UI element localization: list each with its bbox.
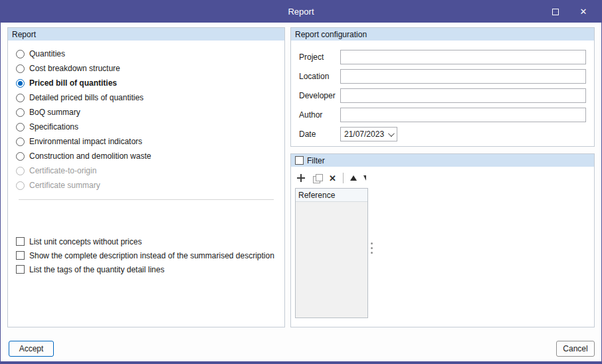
radio-icon-disabled <box>16 167 25 175</box>
report-dialog: Report ✕ Report Quantities Cost breakdow… <box>0 0 602 364</box>
radio-icon <box>16 123 25 132</box>
radio-icon <box>16 152 25 161</box>
close-icon: ✕ <box>580 7 587 17</box>
radio-option-certificate-summary: Certificate summary <box>8 178 284 193</box>
checkbox-label: Show the complete description instead of… <box>29 251 274 260</box>
radio-icon-disabled <box>16 181 25 190</box>
dialog-content: Report Quantities Cost breakdown structu… <box>1 23 601 361</box>
checkbox-icon <box>16 251 25 260</box>
config-form: Project Location Developer Author Date <box>291 41 594 141</box>
checkbox-list-unit-concepts[interactable]: List unit concepts without prices <box>8 234 284 248</box>
resize-grip[interactable] <box>371 242 373 254</box>
checkbox-label: List unit concepts without prices <box>29 237 142 246</box>
filter-group: Filter ✕ Reference <box>290 153 595 327</box>
radio-option-certificate-to-origin: Certificate-to-origin <box>8 163 284 178</box>
radio-icon <box>16 137 25 146</box>
radio-label: BoQ summary <box>29 108 80 117</box>
config-group-title: Report configuration <box>295 30 367 39</box>
author-row: Author <box>299 108 586 122</box>
filter-group-header: Filter <box>291 154 594 167</box>
accept-button[interactable]: Accept <box>9 341 54 357</box>
report-group-title: Report <box>12 30 36 39</box>
window-title: Report <box>288 7 314 17</box>
radio-label: Detailed priced bills of quantities <box>29 93 144 102</box>
project-label: Project <box>299 52 340 62</box>
radio-icon <box>16 64 25 73</box>
delete-icon[interactable]: ✕ <box>329 174 336 183</box>
radio-label: Priced bill of quantities <box>29 78 117 88</box>
project-row: Project <box>299 50 586 64</box>
radio-option-quantities[interactable]: Quantities <box>8 46 284 61</box>
radio-label: Cost breakdown structure <box>29 64 120 73</box>
titlebar[interactable]: Report ✕ <box>1 1 601 23</box>
partial-toolbar-icon[interactable] <box>363 175 366 181</box>
radio-icon <box>16 94 25 102</box>
location-row: Location <box>299 69 586 84</box>
cancel-button[interactable]: Cancel <box>556 341 595 357</box>
maximize-icon <box>552 9 559 15</box>
config-group-header: Report configuration <box>291 28 594 41</box>
developer-row: Developer <box>299 88 586 103</box>
radio-option-cost-breakdown[interactable]: Cost breakdown structure <box>8 61 284 76</box>
report-options-checkbox-list: List unit concepts without prices Show t… <box>8 234 284 276</box>
chevron-down-icon <box>388 130 395 137</box>
report-configuration-group: Report configuration Project Location De… <box>290 27 595 147</box>
radio-option-detailed-priced-boq[interactable]: Detailed priced bills of quantities <box>8 90 284 105</box>
date-select[interactable]: 21/07/2023 <box>340 127 397 141</box>
report-type-radio-list: Quantities Cost breakdown structure Pric… <box>8 46 284 193</box>
location-input[interactable] <box>340 69 586 84</box>
reference-list-body[interactable] <box>296 202 367 318</box>
checkbox-label: List the tags of the quantity detail lin… <box>29 265 164 274</box>
filter-toolbar: ✕ <box>291 167 594 188</box>
filter-checkbox[interactable] <box>295 156 304 165</box>
checkbox-icon <box>16 265 25 274</box>
cancel-button-label: Cancel <box>563 344 587 353</box>
radio-icon-selected <box>16 79 25 88</box>
radio-option-boq-summary[interactable]: BoQ summary <box>8 105 284 120</box>
radio-option-specifications[interactable]: Specifications <box>8 120 284 134</box>
author-input[interactable] <box>340 108 586 122</box>
radio-label: Environmental impact indicators <box>29 137 142 146</box>
duplicate-icon[interactable] <box>312 173 322 183</box>
toolbar-separator <box>343 173 344 183</box>
accept-button-label: Accept <box>19 344 44 353</box>
checkbox-icon <box>16 237 25 246</box>
radio-label: Certificate-to-origin <box>29 166 96 175</box>
project-input[interactable] <box>340 50 586 64</box>
maximize-button[interactable] <box>542 1 569 23</box>
radio-option-environmental-impact[interactable]: Environmental impact indicators <box>8 134 284 149</box>
close-button[interactable]: ✕ <box>569 1 597 23</box>
developer-label: Developer <box>299 91 340 100</box>
report-group: Report Quantities Cost breakdown structu… <box>7 27 285 327</box>
radio-label: Certificate summary <box>29 181 100 190</box>
radio-icon <box>16 108 25 117</box>
move-up-icon[interactable] <box>350 175 357 181</box>
developer-input[interactable] <box>340 88 586 103</box>
radio-option-priced-boq[interactable]: Priced bill of quantities <box>8 76 284 90</box>
radio-label: Quantities <box>29 49 65 58</box>
date-row: Date 21/07/2023 <box>299 127 586 141</box>
author-label: Author <box>299 110 340 120</box>
report-group-header: Report <box>8 28 284 41</box>
reference-column-header[interactable]: Reference <box>296 189 367 202</box>
radio-label: Specifications <box>29 122 78 132</box>
radio-label: Construction and demolition waste <box>29 151 151 161</box>
reference-list[interactable]: Reference <box>295 188 368 318</box>
radio-icon <box>16 50 25 58</box>
filter-group-title: Filter <box>307 156 325 165</box>
checkbox-complete-description[interactable]: Show the complete description instead of… <box>8 248 284 262</box>
reference-header-label: Reference <box>298 191 335 200</box>
section-divider <box>19 199 274 200</box>
date-label: Date <box>299 130 340 139</box>
checkbox-tags-quantity-detail[interactable]: List the tags of the quantity detail lin… <box>8 262 284 276</box>
location-label: Location <box>299 72 340 81</box>
date-value: 21/07/2023 <box>344 130 384 139</box>
radio-option-construction-waste[interactable]: Construction and demolition waste <box>8 149 284 163</box>
add-icon[interactable] <box>296 173 306 183</box>
